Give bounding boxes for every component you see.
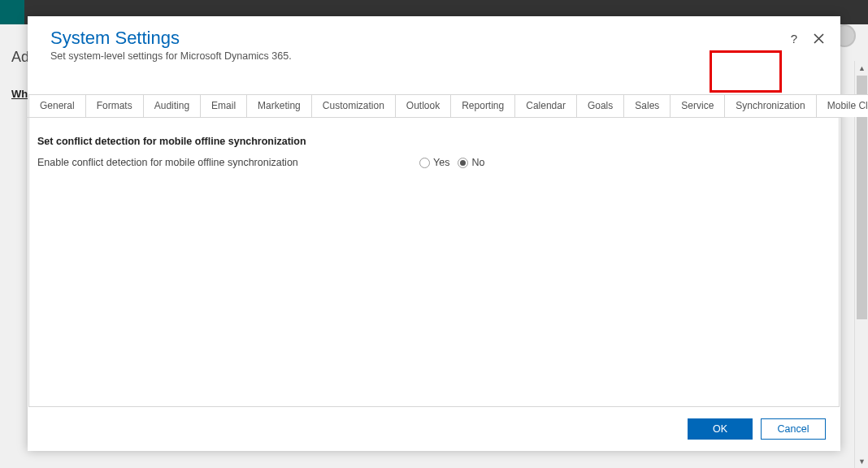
tab-goals[interactable]: Goals [577,94,624,117]
radio-no-label: No [471,157,484,168]
background-link[interactable]: Wh [11,88,28,100]
tab-content: Set conflict detection for mobile offlin… [28,118,840,407]
dialog-title: System Settings [50,28,818,49]
section-title: Set conflict detection for mobile offlin… [37,136,831,147]
tab-reporting[interactable]: Reporting [451,94,515,117]
page-scrollbar[interactable]: ▲ ▼ [854,61,868,468]
ok-button[interactable]: OK [688,418,753,440]
help-icon[interactable]: ? [787,31,801,46]
tab-synchronization[interactable]: Synchronization [725,94,816,117]
background-title: Ad [11,49,29,66]
setting-label: Enable conflict detection for mobile off… [37,157,419,168]
scroll-down-icon[interactable]: ▼ [855,454,868,468]
radio-no[interactable]: No [458,157,484,168]
cancel-button[interactable]: Cancel [761,418,826,440]
system-settings-dialog: System Settings Set system-level setting… [28,16,840,451]
tab-email[interactable]: Email [201,94,247,117]
radio-no-indicator [458,158,468,168]
radio-group: Yes No [419,157,484,168]
radio-yes-indicator [419,158,430,168]
tab-formats[interactable]: Formats [86,94,144,117]
tab-service[interactable]: Service [671,94,725,117]
tab-auditing[interactable]: Auditing [144,94,201,117]
radio-yes-label: Yes [433,157,449,168]
tab-customization[interactable]: Customization [312,94,396,117]
tab-mobile-client[interactable]: Mobile Client [817,94,868,117]
tab-bar: General Formats Auditing Email Marketing… [28,94,840,118]
tab-calendar[interactable]: Calendar [515,94,577,117]
tab-general[interactable]: General [28,94,86,117]
dialog-subtitle: Set system-level settings for Microsoft … [50,50,818,62]
close-icon[interactable] [811,31,826,46]
dialog-header: System Settings Set system-level setting… [28,16,840,62]
radio-yes[interactable]: Yes [419,157,449,168]
tab-sales[interactable]: Sales [624,94,671,117]
setting-row: Enable conflict detection for mobile off… [37,157,831,168]
tab-outlook[interactable]: Outlook [396,94,451,117]
scroll-up-icon[interactable]: ▲ [855,61,868,75]
tab-marketing[interactable]: Marketing [247,94,312,117]
dialog-footer: OK Cancel [28,407,840,451]
